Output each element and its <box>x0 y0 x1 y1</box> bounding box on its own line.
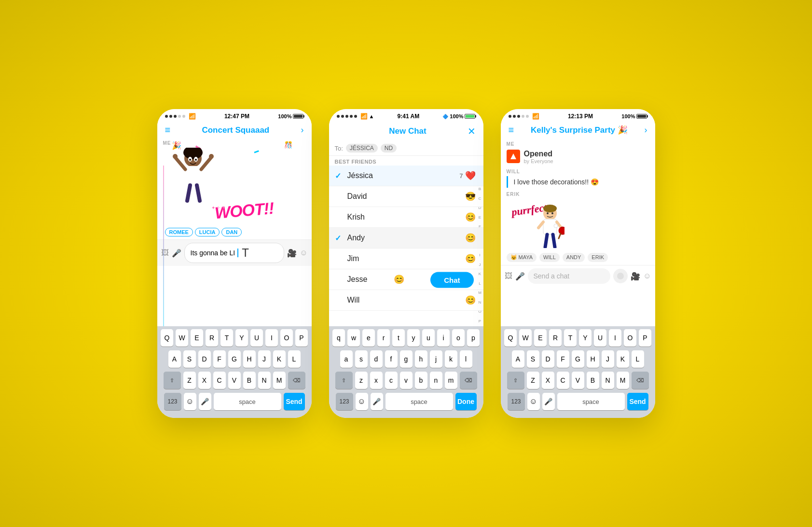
key-j-3[interactable]: J <box>602 350 614 368</box>
key-g-3[interactable]: G <box>572 350 584 368</box>
tag-dan[interactable]: DAN <box>221 228 242 236</box>
key-w-1[interactable]: W <box>176 329 188 347</box>
key-n-1[interactable]: N <box>258 372 271 389</box>
key-n-2[interactable]: n <box>430 372 442 389</box>
key-a-3[interactable]: A <box>512 350 524 368</box>
key-u-1[interactable]: U <box>250 329 263 347</box>
key-g-2[interactable]: g <box>400 350 413 368</box>
key-v-1[interactable]: V <box>228 372 241 389</box>
to-tag-jessica[interactable]: JÉSSICA <box>346 144 378 153</box>
key-c-1[interactable]: C <box>213 372 226 389</box>
key-q-2[interactable]: q <box>332 329 345 347</box>
key-l-2[interactable]: l <box>460 350 472 368</box>
key-k-2[interactable]: k <box>445 350 457 368</box>
key-i-2[interactable]: i <box>437 329 450 347</box>
key-y-1[interactable]: Y <box>235 329 248 347</box>
key-z-3[interactable]: Z <box>527 372 539 389</box>
tag-romee[interactable]: ROMEE <box>165 228 193 236</box>
key-o-2[interactable]: o <box>452 329 465 347</box>
key-x-1[interactable]: X <box>198 372 211 389</box>
key-p-2[interactable]: p <box>467 329 480 347</box>
key-s-2[interactable]: s <box>355 350 368 368</box>
key-c-2[interactable]: c <box>385 372 398 389</box>
key-p-3[interactable]: P <box>639 329 651 347</box>
key-emoji-1[interactable]: ☺ <box>184 393 196 410</box>
key-mic-1[interactable]: 🎤 <box>199 393 211 410</box>
video-icon-1[interactable]: 🎥 <box>287 249 297 258</box>
key-k-3[interactable]: K <box>617 350 629 368</box>
mic-icon-3[interactable]: 🎤 <box>515 272 525 281</box>
key-shift-2[interactable]: ⇧ <box>335 372 353 389</box>
key-nums-1[interactable]: 123 <box>164 393 181 410</box>
send-input-3[interactable]: Send a chat <box>528 268 611 284</box>
key-u-3[interactable]: U <box>594 329 606 347</box>
key-space-2[interactable]: space <box>385 393 453 410</box>
key-i-1[interactable]: I <box>265 329 278 347</box>
key-t-1[interactable]: T <box>220 329 233 347</box>
key-f-1[interactable]: F <box>213 350 226 368</box>
key-mic-3[interactable]: 🎤 <box>542 393 555 410</box>
key-q-1[interactable]: Q <box>161 329 173 347</box>
key-f-3[interactable]: F <box>557 350 569 368</box>
image-icon-1[interactable]: 🖼 <box>161 249 169 257</box>
key-y-3[interactable]: Y <box>579 329 592 347</box>
key-t-2[interactable]: t <box>392 329 405 347</box>
key-n-3[interactable]: N <box>602 372 614 389</box>
key-w-3[interactable]: W <box>519 329 532 347</box>
chevron-right-icon-3[interactable]: › <box>645 125 647 135</box>
key-s-1[interactable]: S <box>183 350 196 368</box>
key-b-2[interactable]: b <box>415 372 427 389</box>
key-x-2[interactable]: x <box>370 372 383 389</box>
emoji-icon-3[interactable]: ☺ <box>643 272 651 280</box>
key-space-1[interactable]: space <box>214 393 281 410</box>
key-l-1[interactable]: L <box>288 350 301 368</box>
contact-row-krish[interactable]: Krish 😊 <box>329 207 483 228</box>
key-p-1[interactable]: P <box>295 329 308 347</box>
contact-row-jessica[interactable]: ✓ Jéssica 7 ❤️ <box>329 166 483 186</box>
video-icon-3[interactable]: 🎥 <box>631 272 640 281</box>
key-b-3[interactable]: B <box>587 372 599 389</box>
key-h-3[interactable]: H <box>587 350 599 368</box>
key-v-3[interactable]: V <box>572 372 584 389</box>
tag-lucia[interactable]: LUCIA <box>195 228 220 236</box>
key-i-3[interactable]: I <box>609 329 621 347</box>
key-j-1[interactable]: J <box>258 350 271 368</box>
chat-button-2[interactable]: Chat <box>430 272 473 288</box>
send-key-1[interactable]: Send <box>284 393 305 410</box>
hamburger-icon-3[interactable]: ≡ <box>509 125 514 136</box>
key-x-3[interactable]: X <box>542 372 554 389</box>
key-t-3[interactable]: T <box>564 329 577 347</box>
send-key-3[interactable]: Send <box>627 393 648 410</box>
key-nums-2[interactable]: 123 <box>336 393 353 410</box>
key-e-1[interactable]: E <box>191 329 203 347</box>
key-c-3[interactable]: C <box>557 372 569 389</box>
key-mic-2[interactable]: 🎤 <box>371 393 383 410</box>
key-e-2[interactable]: e <box>362 329 375 347</box>
key-nums-3[interactable]: 123 <box>508 393 525 410</box>
to-tag-nd[interactable]: ND <box>381 144 397 153</box>
key-l-3[interactable]: L <box>632 350 644 368</box>
key-backspace-3[interactable]: ⌫ <box>632 372 649 389</box>
key-s-3[interactable]: S <box>527 350 539 368</box>
key-k-1[interactable]: K <box>273 350 286 368</box>
key-backspace-1[interactable]: ⌫ <box>288 372 305 389</box>
key-f-2[interactable]: f <box>385 350 398 368</box>
key-shift-1[interactable]: ⇧ <box>164 372 181 389</box>
done-key-2[interactable]: Done <box>455 393 477 410</box>
key-o-3[interactable]: O <box>624 329 636 347</box>
contact-row-david[interactable]: David 😎 <box>329 186 483 207</box>
image-icon-3[interactable]: 🖼 <box>505 272 512 280</box>
avatar-will[interactable]: WILL <box>539 253 560 262</box>
key-w-2[interactable]: w <box>347 329 360 347</box>
key-j-2[interactable]: j <box>430 350 442 368</box>
key-b-1[interactable]: B <box>243 372 256 389</box>
key-m-3[interactable]: M <box>617 372 629 389</box>
key-emoji-3[interactable]: ☺ <box>527 393 540 410</box>
mic-icon-1[interactable]: 🎤 <box>172 249 181 258</box>
key-h-1[interactable]: H <box>243 350 256 368</box>
key-a-2[interactable]: a <box>340 350 353 368</box>
key-d-1[interactable]: D <box>198 350 211 368</box>
avatar-andy[interactable]: ANDY <box>563 253 585 262</box>
key-q-3[interactable]: Q <box>504 329 517 347</box>
contact-row-will[interactable]: Will 😊 <box>329 290 483 311</box>
